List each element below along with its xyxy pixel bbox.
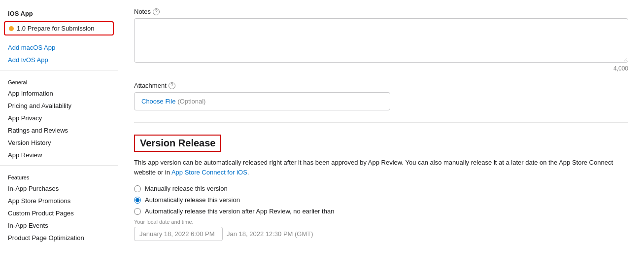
sidebar-item-custom-product-pages[interactable]: Custom Product Pages xyxy=(0,207,118,219)
version-release-description: This app version can be automatically re… xyxy=(134,158,628,177)
notes-textarea[interactable] xyxy=(134,18,628,63)
app-store-connect-link[interactable]: App Store Connect for iOS xyxy=(171,169,247,176)
features-title: Features xyxy=(0,170,118,182)
radio-auto-date[interactable]: Automatically release this version after… xyxy=(134,208,628,215)
radio-auto[interactable]: Automatically release this version xyxy=(134,196,628,204)
active-version-label: 1.0 Prepare for Submission xyxy=(17,25,95,32)
date-gmt: Jan 18, 2022 12:30 PM (GMT) xyxy=(227,230,313,238)
choose-file-button[interactable]: Choose File (Optional) xyxy=(134,92,390,110)
date-inputs: January 18, 2022 6:00 PM Jan 18, 2022 12… xyxy=(134,227,628,241)
choose-file-optional: (Optional) xyxy=(177,98,205,105)
radio-auto-label: Automatically release this version xyxy=(145,196,240,204)
notes-help-icon[interactable]: ? xyxy=(153,8,160,15)
radio-auto-date-input[interactable] xyxy=(134,208,141,215)
sidebar-item-ratings[interactable]: Ratings and Reviews xyxy=(0,124,118,137)
section-divider xyxy=(134,122,628,123)
radio-manual-label: Manually release this version xyxy=(145,185,228,192)
radio-manual[interactable]: Manually release this version xyxy=(134,185,628,192)
sidebar: iOS App 1.0 Prepare for Submission Add m… xyxy=(0,0,118,279)
add-macos-link[interactable]: Add macOS App xyxy=(0,41,118,54)
sidebar-divider-2 xyxy=(0,165,118,166)
date-local-input[interactable]: January 18, 2022 6:00 PM xyxy=(134,227,223,241)
version-release-section: Version Release This app version can be … xyxy=(134,135,628,241)
local-time-label: Your local date and time. xyxy=(134,219,628,225)
main-content: Notes ? 4,000 Attachment ? Choose File (… xyxy=(118,0,644,279)
attachment-help-icon[interactable]: ? xyxy=(169,82,175,89)
sidebar-item-app-review[interactable]: App Review xyxy=(0,149,118,161)
general-title: General xyxy=(0,74,118,87)
attachment-label: Attachment ? xyxy=(134,82,628,89)
sidebar-item-product-page-opt[interactable]: Product Page Optimization xyxy=(0,232,118,244)
radio-auto-date-label: Automatically release this version after… xyxy=(145,208,334,215)
status-dot xyxy=(9,26,14,31)
char-count: 4,000 xyxy=(134,65,628,72)
radio-auto-input[interactable] xyxy=(134,197,141,204)
notes-label: Notes ? xyxy=(134,8,628,15)
app-type-title: iOS App xyxy=(0,8,118,20)
sidebar-item-version-history[interactable]: Version History xyxy=(0,137,118,149)
attachment-section: Attachment ? Choose File (Optional) xyxy=(134,82,628,110)
radio-manual-input[interactable] xyxy=(134,185,141,192)
features-group: Features In-App Purchases App Store Prom… xyxy=(0,170,118,244)
sidebar-item-app-privacy[interactable]: App Privacy xyxy=(0,112,118,124)
sidebar-divider-1 xyxy=(0,70,118,70)
notes-section: Notes ? 4,000 xyxy=(134,8,628,72)
add-tvos-link[interactable]: Add tvOS App xyxy=(0,54,118,66)
general-group: General App Information Pricing and Avai… xyxy=(0,74,118,161)
sidebar-item-pricing[interactable]: Pricing and Availability xyxy=(0,100,118,112)
active-version-item[interactable]: 1.0 Prepare for Submission xyxy=(4,21,114,35)
release-options: Manually release this version Automatica… xyxy=(134,185,628,215)
sidebar-item-app-information[interactable]: App Information xyxy=(0,87,118,100)
version-release-title: Version Release xyxy=(134,135,221,152)
sidebar-item-in-app-purchases[interactable]: In-App Purchases xyxy=(0,182,118,195)
choose-file-link[interactable]: Choose File xyxy=(141,98,175,105)
sidebar-item-app-store-promotions[interactable]: App Store Promotions xyxy=(0,195,118,207)
sidebar-item-in-app-events[interactable]: In-App Events xyxy=(0,219,118,232)
